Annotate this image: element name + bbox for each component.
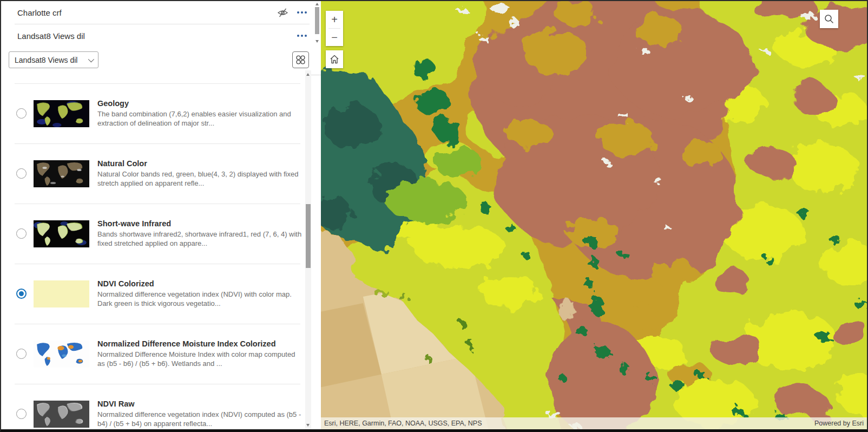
home-button[interactable] [326, 50, 343, 68]
sublayer-title: Landsat8 Views dil [17, 31, 85, 41]
template-title: NDVI Colorized [97, 279, 302, 288]
template-description: Natural Color bands red, green, blue(4, … [97, 170, 302, 188]
chevron-down-icon [88, 56, 94, 62]
map-view[interactable]: + − Esri, HERE, Garmin, FAO, NOAA, USGS,… [321, 1, 867, 429]
radio-natural-color[interactable] [16, 168, 27, 179]
house-icon [330, 55, 339, 64]
ndvi-raster-artwork [321, 1, 867, 429]
zoom-out-button[interactable]: − [326, 29, 343, 46]
template-description: Normalized difference vegetation index (… [97, 410, 302, 428]
sublayer-options-ellipsis-icon[interactable] [297, 32, 307, 39]
search-icon [824, 14, 834, 24]
radio-geology[interactable] [16, 108, 27, 119]
radio-ndvi-colorized[interactable] [16, 289, 27, 299]
layer-row-landsat[interactable]: Landsat8 Views dil [1, 24, 321, 47]
template-description: Bands shortwave infrared2, shortwave inf… [97, 230, 302, 248]
thumbnail-ndvi-raw [34, 401, 89, 428]
template-description: Normalized Difference Moisture Index wit… [97, 350, 302, 368]
thumbnail-shortwave-infrared [34, 220, 89, 247]
thumbnail-natural-color [34, 160, 89, 187]
template-row-shortwave-infrared[interactable]: Short-wave Infrared Bands shortwave infr… [1, 204, 305, 264]
renderer-dropdown[interactable]: Landsat8 Views dil [9, 51, 98, 68]
layers-panel: Charlotte crf Landsat8 Views dil [1, 1, 321, 429]
thumbnail-ndvi-colorized [34, 280, 89, 307]
zoom-in-button[interactable]: + [326, 11, 343, 28]
template-title: Normalized Difference Moisture Index Col… [97, 339, 302, 348]
powered-by-esri[interactable]: Powered by Esri [814, 420, 864, 427]
panel-scrollbar-thumb[interactable] [315, 7, 319, 34]
layer-title: Charlotte crf [17, 8, 62, 17]
template-title: Short-wave Infrared [97, 219, 302, 228]
template-row-ndvi-raw[interactable]: NDVI Raw Normalized difference vegetatio… [1, 384, 305, 429]
scroll-up-arrow-icon[interactable] [315, 3, 319, 5]
renderer-grid-button[interactable] [292, 51, 309, 68]
attribution-sources: Esri, HERE, Garmin, FAO, NOAA, USGS, EPA… [324, 420, 814, 427]
search-button[interactable] [820, 10, 838, 28]
layer-options-ellipsis-icon[interactable] [297, 9, 307, 16]
scroll-down-arrow-icon[interactable] [315, 40, 319, 43]
layer-row-charlotte[interactable]: Charlotte crf [1, 1, 321, 24]
radio-ndmi-colorized[interactable] [16, 349, 27, 359]
template-description: The band combination (7,6,2) enables eas… [97, 110, 302, 128]
panel-scrollbar[interactable] [314, 2, 320, 43]
scroll-up-arrow-icon[interactable] [306, 73, 310, 76]
visibility-hidden-icon[interactable] [277, 8, 288, 17]
thumbnail-geology [34, 100, 89, 127]
renderer-dropdown-value: Landsat8 Views dil [15, 56, 85, 64]
attribution-bar: Esri, HERE, Garmin, FAO, NOAA, USGS, EPA… [321, 417, 867, 429]
template-row-geology[interactable]: Geology The band combination (7,6,2) ena… [1, 83, 305, 143]
app-window: Charlotte crf Landsat8 Views dil [0, 0, 868, 432]
four-circles-grid-icon [295, 55, 306, 65]
template-description: Normalized difference vegetation index (… [97, 290, 302, 308]
template-row-ndvi-colorized[interactable]: NDVI Colorized Normalized difference veg… [1, 264, 305, 324]
template-title: Geology [97, 99, 302, 108]
template-title: Natural Color [97, 159, 302, 168]
zoom-widget: + − [326, 11, 343, 46]
radio-ndvi-raw[interactable] [16, 409, 27, 419]
list-scrollbar-thumb[interactable] [306, 204, 311, 268]
scroll-down-arrow-icon[interactable] [306, 424, 310, 427]
radio-shortwave-infrared[interactable] [16, 228, 27, 239]
template-row-natural-color[interactable]: Natural Color Natural Color bands red, g… [1, 143, 305, 204]
thumbnail-ndmi-colorized [34, 341, 89, 368]
template-row-ndmi-colorized[interactable]: Normalized Difference Moisture Index Col… [1, 324, 305, 384]
renderer-template-list: Geology The band combination (7,6,2) ena… [1, 70, 305, 429]
template-title: NDVI Raw [97, 400, 302, 408]
list-scrollbar[interactable] [305, 70, 311, 429]
